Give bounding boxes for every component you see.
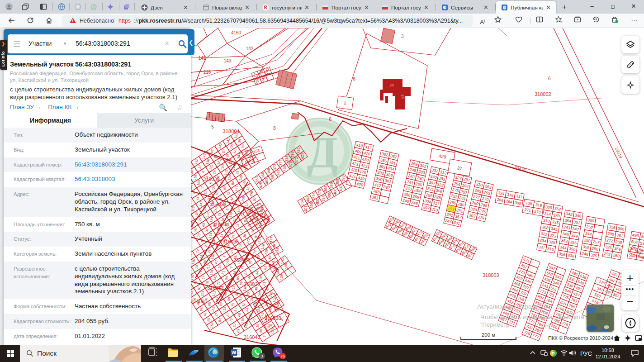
svg-text:377: 377 — [278, 159, 283, 166]
svg-text:369: 369 — [282, 165, 287, 171]
svg-text:405: 405 — [327, 192, 331, 198]
svg-text:6: 6 — [353, 76, 355, 81]
svg-text:216: 216 — [204, 70, 211, 75]
svg-text:366: 366 — [260, 172, 265, 179]
svg-text:380: 380 — [270, 173, 275, 180]
svg-text:141: 141 — [199, 56, 206, 61]
svg-text:"Периметр": "Периметр" — [480, 321, 512, 328]
svg-text:24: 24 — [400, 94, 406, 99]
svg-text:408: 408 — [333, 188, 337, 195]
svg-text:394: 394 — [321, 195, 326, 201]
svg-text:367: 367 — [276, 169, 281, 176]
svg-text:374: 374 — [284, 155, 289, 162]
svg-text:5: 5 — [211, 124, 214, 129]
svg-text:379: 379 — [290, 151, 295, 158]
svg-text:402: 402 — [264, 177, 269, 184]
svg-text:425: 425 — [258, 181, 263, 188]
svg-text:4160: 4160 — [231, 30, 242, 35]
svg-text:316039: 316039 — [203, 176, 220, 182]
svg-text:316037: 316037 — [244, 281, 260, 287]
svg-text:364: 364 — [300, 199, 304, 205]
svg-text:363: 363 — [254, 176, 259, 183]
svg-text:142: 142 — [246, 46, 254, 51]
svg-text:399: 399 — [335, 179, 340, 185]
svg-text:316034: 316034 — [213, 222, 229, 227]
svg-text:6: 6 — [548, 76, 551, 81]
svg-text:8: 8 — [273, 126, 276, 131]
svg-text:401: 401 — [303, 205, 308, 212]
svg-text:368: 368 — [266, 167, 271, 174]
svg-text:316031: 316031 — [191, 299, 208, 304]
svg-text:28: 28 — [389, 83, 394, 87]
svg-text:316035: 316035 — [223, 239, 239, 244]
svg-text:365: 365 — [323, 186, 328, 192]
svg-text:143: 143 — [224, 58, 232, 63]
svg-text:370: 370 — [317, 189, 322, 195]
svg-text:403: 403 — [306, 195, 310, 202]
svg-text:316032: 316032 — [207, 285, 224, 291]
svg-text:407: 407 — [339, 185, 343, 191]
svg-text:488: 488 — [275, 247, 279, 253]
svg-text:389: 389 — [329, 182, 334, 188]
svg-text:423: 423 — [300, 152, 305, 159]
svg-text:318002: 318002 — [535, 91, 551, 97]
svg-text:3: 3 — [401, 34, 404, 39]
svg-text:7: 7 — [291, 72, 294, 76]
svg-text:398: 398 — [341, 175, 346, 181]
svg-text:396: 396 — [309, 202, 314, 208]
svg-text:400: 400 — [315, 199, 320, 205]
svg-text:W: W — [232, 350, 237, 355]
svg-text:378: 378 — [288, 161, 293, 167]
svg-text:139: 139 — [279, 274, 284, 281]
svg-text:373: 373 — [272, 163, 277, 170]
svg-text:316036: 316036 — [234, 257, 251, 262]
svg-text:318003: 318003 — [483, 272, 499, 278]
svg-text:Актуализация информации: Актуализация информации — [477, 303, 552, 310]
svg-text:487: 487 — [272, 242, 276, 248]
svg-text:316033: 316033 — [210, 202, 227, 207]
svg-text:316043: 316043 — [244, 334, 260, 340]
svg-text:375: 375 — [312, 192, 316, 199]
svg-text:372: 372 — [294, 157, 299, 163]
svg-text:316038: 316038 — [265, 315, 281, 321]
svg-text:6: 6 — [329, 117, 331, 122]
svg-text:371: 371 — [296, 147, 301, 154]
